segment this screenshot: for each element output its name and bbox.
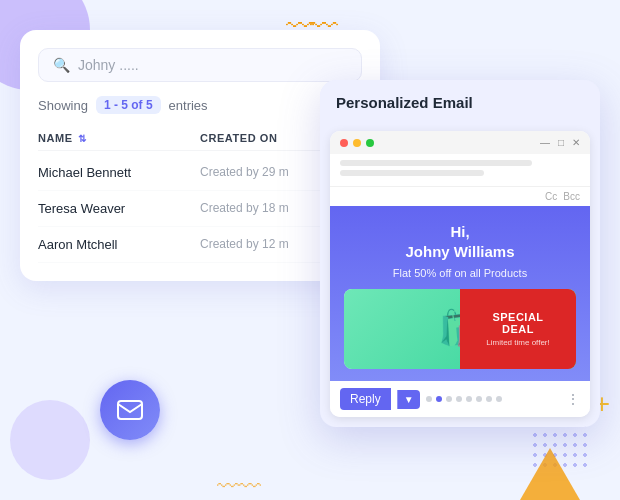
compose-line-to bbox=[340, 160, 532, 166]
dot-6 bbox=[476, 396, 482, 402]
showing-row: Showing 1 - 5 of 5 entries bbox=[38, 96, 362, 114]
showing-badge: 1 - 5 of 5 bbox=[96, 96, 161, 114]
email-greeting: Hi, Johny Williams bbox=[344, 222, 576, 261]
deal-title: SPECIALDEAL bbox=[492, 311, 543, 335]
table-row: Aaron Mtchell Created by 12 m bbox=[38, 227, 362, 263]
email-popup: Personalized Email — □ ✕ bbox=[320, 80, 600, 427]
pagination-dots bbox=[426, 396, 560, 402]
reply-dropdown-button[interactable]: ▼ bbox=[397, 390, 420, 409]
titlebar-dot-yellow bbox=[353, 139, 361, 147]
sort-arrow-name[interactable]: ⇅ bbox=[78, 133, 87, 144]
bg-zigzag-bottom: 〰〰 bbox=[217, 474, 261, 500]
search-bar[interactable]: 🔍 Johny ..... bbox=[38, 48, 362, 82]
row-name-1: Teresa Weaver bbox=[38, 201, 200, 216]
row-name-0: Michael Bennett bbox=[38, 165, 200, 180]
mail-icon bbox=[117, 400, 143, 420]
table-header: NAME ⇅ CREATED ON bbox=[38, 126, 362, 151]
cc-label: Cc bbox=[545, 191, 557, 202]
deal-image: 🛍️ SPECIALDEAL Limited time offer! bbox=[344, 289, 576, 369]
maximize-button[interactable]: □ bbox=[558, 137, 564, 148]
compose-line-subject bbox=[340, 170, 484, 176]
dot-7 bbox=[486, 396, 492, 402]
email-footer: Reply ▼ ⋮ bbox=[330, 381, 590, 417]
more-options-button[interactable]: ⋮ bbox=[566, 391, 580, 407]
dot-2 bbox=[436, 396, 442, 402]
email-offer-text: Flat 50% off on all Products bbox=[344, 267, 576, 279]
main-container: 🔍 Johny ..... Showing 1 - 5 of 5 entries… bbox=[20, 30, 600, 470]
showing-label: Showing bbox=[38, 98, 88, 113]
dot-8 bbox=[496, 396, 502, 402]
minimize-button[interactable]: — bbox=[540, 137, 550, 148]
email-body: Hi, Johny Williams Flat 50% off on all P… bbox=[330, 206, 590, 381]
email-client: — □ ✕ Cc Bcc Hi, Johny Williams bbox=[330, 131, 590, 417]
email-titlebar: — □ ✕ bbox=[330, 131, 590, 154]
search-value: Johny ..... bbox=[78, 57, 139, 73]
deal-subtitle: Limited time offer! bbox=[486, 338, 549, 347]
mail-fab-button[interactable] bbox=[100, 380, 160, 440]
dot-5 bbox=[466, 396, 472, 402]
titlebar-controls: — □ ✕ bbox=[540, 137, 580, 148]
reply-button[interactable]: Reply bbox=[340, 388, 391, 410]
titlebar-dot-red bbox=[340, 139, 348, 147]
search-icon: 🔍 bbox=[53, 57, 70, 73]
email-recipient-name: Johny Williams bbox=[405, 243, 514, 260]
bcc-label: Bcc bbox=[563, 191, 580, 202]
svg-rect-0 bbox=[118, 401, 142, 419]
titlebar-dot-green bbox=[366, 139, 374, 147]
compose-bar bbox=[330, 154, 590, 187]
col-header-name: NAME ⇅ bbox=[38, 132, 200, 144]
table-row: Michael Bennett Created by 29 m bbox=[38, 155, 362, 191]
popup-title: Personalized Email bbox=[336, 94, 584, 111]
table-row: Teresa Weaver Created by 18 m bbox=[38, 191, 362, 227]
dot-1 bbox=[426, 396, 432, 402]
dot-4 bbox=[456, 396, 462, 402]
row-name-2: Aaron Mtchell bbox=[38, 237, 200, 252]
dot-3 bbox=[446, 396, 452, 402]
close-button[interactable]: ✕ bbox=[572, 137, 580, 148]
entries-label: entries bbox=[169, 98, 208, 113]
popup-header: Personalized Email bbox=[320, 80, 600, 131]
deal-overlay: SPECIALDEAL Limited time offer! bbox=[460, 289, 576, 369]
cc-bcc-row: Cc Bcc bbox=[330, 187, 590, 206]
